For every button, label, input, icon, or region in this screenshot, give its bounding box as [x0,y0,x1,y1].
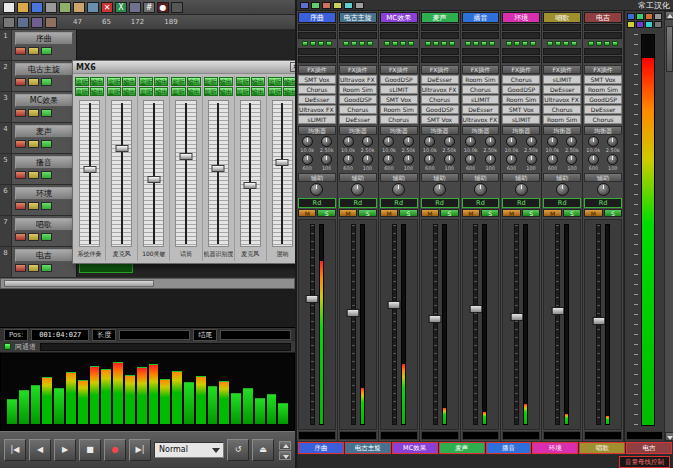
mixer-toolbar-icon[interactable] [355,2,364,9]
solo-button[interactable]: S [522,209,540,217]
master-button[interactable] [627,21,635,28]
compressor-slot[interactable] [462,56,500,63]
eq-knob[interactable] [588,136,599,147]
undo-icon[interactable] [87,2,99,13]
monitor-button[interactable]: 监听 [236,77,250,86]
output-button[interactable]: 输出 [251,77,265,86]
input-slot[interactable] [380,24,418,31]
master-button[interactable] [645,21,653,28]
gate-slot[interactable] [339,48,377,55]
mute-button[interactable]: M [380,209,398,217]
channel-fader[interactable] [240,100,261,247]
monitor-button[interactable]: 监听 [204,87,218,96]
eq-knob[interactable] [444,154,455,165]
master-bus-label[interactable]: 音量母线控制 [619,456,670,468]
monitor-button[interactable]: 监听 [204,77,218,86]
vertical-scrollbar[interactable] [664,11,673,441]
fader-handle[interactable] [244,182,257,189]
automation-read-button[interactable]: Rd [339,198,377,208]
eq-knob[interactable] [321,136,332,147]
output-button[interactable]: 输出 [154,87,168,96]
fx-plugin-slot[interactable]: Room Sim [543,115,581,124]
output-button[interactable]: 输出 [122,77,136,86]
record-arm-button[interactable] [15,47,26,55]
eq-knob[interactable] [343,154,354,165]
automation-read-button[interactable]: Rd [298,198,336,208]
snap-icon[interactable] [17,17,29,28]
channel-fader[interactable] [208,100,229,247]
fx-plugin-slot[interactable]: Room Sim [502,95,540,104]
track-lane[interactable] [76,30,295,60]
channel-select-label[interactable]: 电古主旋 [345,442,391,454]
input-slot[interactable] [421,24,459,31]
channel-fader[interactable] [79,100,100,247]
fx-plugin-slot[interactable]: DeEsser [543,85,581,94]
solo-button[interactable] [41,140,52,148]
eq-knob[interactable] [526,136,537,147]
mute-button[interactable]: M [462,209,480,217]
fader-handle[interactable] [147,176,160,183]
fader-handle[interactable] [347,309,360,317]
loop-button[interactable]: ↺ [227,439,249,461]
mx-titlebar[interactable]: MX6 ✕ [73,61,304,74]
go-end-button[interactable]: ▶| [129,439,151,461]
waveform-area[interactable] [0,289,295,328]
channel-select-label[interactable]: 唱歌 [579,442,625,454]
eq-knob[interactable] [343,136,354,147]
automation-read-button[interactable]: Rd [421,198,459,208]
monitor-button[interactable]: 监听 [171,77,185,86]
compressor-slot[interactable] [421,56,459,63]
fader-handle[interactable] [212,165,225,172]
fader-handle[interactable] [429,315,442,323]
fx-plugin-slot[interactable]: SMT Vox [421,115,459,124]
channel-select-label[interactable]: 播音 [486,442,532,454]
fx-plugin-slot[interactable]: DeEsser [298,95,336,104]
eq-knob[interactable] [424,154,435,165]
eq-knob[interactable] [566,136,577,147]
master-button[interactable] [627,13,635,20]
fader-handle[interactable] [388,301,401,309]
mute-button[interactable] [28,202,39,210]
rewind-button[interactable]: ◀ [29,439,51,461]
mute-button[interactable] [28,47,39,55]
fx-plugin-slot[interactable]: Chorus [380,115,418,124]
record-arm-button[interactable] [15,233,26,241]
output-slot[interactable] [543,32,581,39]
fx-plugin-slot[interactable]: Chorus [543,105,581,114]
fx-plugin-slot[interactable]: Room Sim [380,105,418,114]
solo-button[interactable] [41,171,52,179]
automation-read-button[interactable]: Rd [584,198,622,208]
fx-plugin-slot[interactable]: Ultravox FX Pd [462,115,500,124]
eq-knob[interactable] [506,136,517,147]
fader-track[interactable] [351,224,356,425]
fx-plugin-slot[interactable]: GoodDSP [584,95,622,104]
solo-button[interactable]: S [604,209,622,217]
output-button[interactable]: 输出 [90,77,104,86]
fx-plugin-slot[interactable]: SMT Vox [380,95,418,104]
fx-plugin-slot[interactable]: SMT Vox [584,75,622,84]
fader-handle[interactable] [179,153,192,160]
open-file-icon[interactable] [17,2,29,13]
eq-knob[interactable] [403,154,414,165]
fx-plugin-slot[interactable]: Ultravox FX Pd [298,105,336,114]
fx-plugin-slot[interactable]: GoodDSP [421,105,459,114]
eject-button[interactable]: ⏏ [252,439,274,461]
fx-plugin-slot[interactable]: GoodDSP [502,85,540,94]
export-icon[interactable]: X [115,2,127,13]
gate-slot[interactable] [543,48,581,55]
range-icon[interactable] [45,17,57,28]
pan-knob[interactable] [515,183,528,196]
copy-icon[interactable] [59,2,71,13]
play-button[interactable]: ▶ [54,439,76,461]
mixer-toolbar-icon[interactable] [333,2,342,9]
mute-button[interactable]: M [543,209,561,217]
input-slot[interactable] [339,24,377,31]
gate-slot[interactable] [421,48,459,55]
channel-name[interactable]: 电古主旋 [339,12,377,23]
fader-handle[interactable] [115,145,128,152]
input-slot[interactable] [502,24,540,31]
pan-knob[interactable] [597,183,610,196]
output-button[interactable]: 输出 [219,77,233,86]
channel-name[interactable]: MC效果 [380,12,418,23]
output-button[interactable]: 输出 [187,87,201,96]
